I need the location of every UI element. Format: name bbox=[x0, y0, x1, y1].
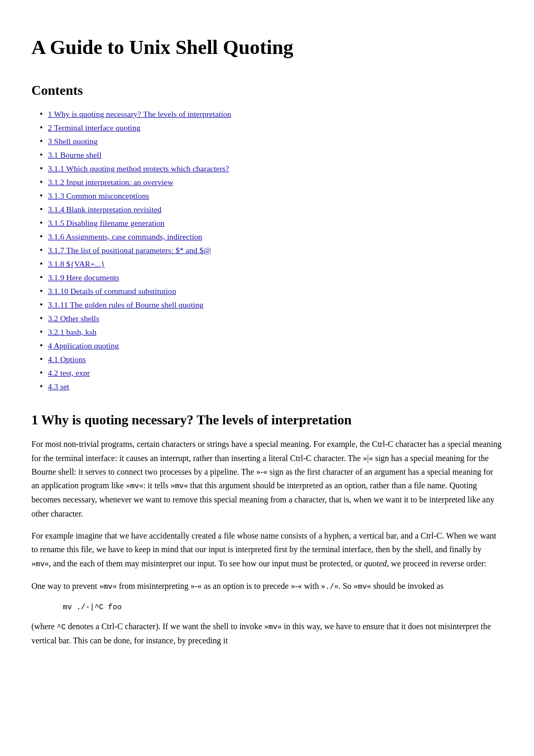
toc-link[interactable]: 4.3 set bbox=[48, 380, 70, 392]
toc-link[interactable]: 3.1.1 Which quoting method protects whic… bbox=[48, 162, 229, 174]
toc-link[interactable]: 3.1.11 The golden rules of Bourne shell … bbox=[48, 299, 204, 311]
toc-link[interactable]: 4.2 test, expr bbox=[48, 367, 90, 379]
toc-link[interactable]: 2 Terminal interface quoting bbox=[48, 122, 141, 134]
toc-item: 4.3 set bbox=[31, 380, 503, 393]
toc-link[interactable]: 3.1.10 Details of command substitution bbox=[48, 285, 176, 297]
section1-para1: For most non-trivial programs, certain c… bbox=[31, 437, 503, 521]
toc-link[interactable]: 3 Shell quoting bbox=[48, 135, 98, 147]
toc-item: 4.2 test, expr bbox=[31, 367, 503, 379]
toc-item: 3.1.10 Details of command substitution bbox=[31, 285, 503, 298]
toc-item: 2 Terminal interface quoting bbox=[31, 122, 503, 134]
toc-item: 3.1.7 The list of positional parameters:… bbox=[31, 244, 503, 257]
code-block-1: mv ./-|^C foo bbox=[63, 601, 503, 613]
toc-item: 4 Application quoting bbox=[31, 339, 503, 352]
toc-item: 3.1.4 Blank interpretation revisited bbox=[31, 203, 503, 216]
toc-link[interactable]: 1 Why is quoting necessary? The levels o… bbox=[48, 108, 231, 120]
toc-link[interactable]: 3.1.6 Assignments, case commands, indire… bbox=[48, 231, 203, 243]
section-1: 1 Why is quoting necessary? The levels o… bbox=[31, 410, 503, 648]
section1-heading: 1 Why is quoting necessary? The levels o… bbox=[31, 410, 503, 431]
toc-link[interactable]: 4 Application quoting bbox=[48, 339, 119, 352]
toc-item: 3.1.11 The golden rules of Bourne shell … bbox=[31, 299, 503, 311]
toc-item: 3.1.8 ${VAR+...} bbox=[31, 258, 503, 270]
toc-item: 3.1.9 Here documents bbox=[31, 271, 503, 284]
toc-link[interactable]: 3.2 Other shells bbox=[48, 312, 99, 324]
section1-para2: For example imagine that we have acciden… bbox=[31, 529, 503, 571]
toc-link[interactable]: 3.1.5 Disabling filename generation bbox=[48, 217, 165, 229]
page-title: A Guide to Unix Shell Quoting bbox=[31, 31, 503, 63]
toc-link[interactable]: 3.1 Bourne shell bbox=[48, 149, 102, 161]
toc-link[interactable]: 3.2.1 bash, ksh bbox=[48, 326, 97, 338]
toc-item: 3.1.6 Assignments, case commands, indire… bbox=[31, 231, 503, 243]
toc-item: 3.1.5 Disabling filename generation bbox=[31, 217, 503, 229]
contents-section: Contents 1 Why is quoting necessary? The… bbox=[31, 80, 503, 393]
toc-item: 3.1.3 Common misconceptions bbox=[31, 190, 503, 202]
toc-item: 1 Why is quoting necessary? The levels o… bbox=[31, 108, 503, 120]
toc-item: 3 Shell quoting bbox=[31, 135, 503, 148]
toc-link[interactable]: 3.1.2 Input interpretation: an overview bbox=[48, 176, 174, 188]
toc-item: 3.1.1 Which quoting method protects whic… bbox=[31, 162, 503, 175]
toc-link[interactable]: 3.1.9 Here documents bbox=[48, 271, 119, 283]
table-of-contents: 1 Why is quoting necessary? The levels o… bbox=[31, 108, 503, 393]
toc-link[interactable]: 3.1.3 Common misconceptions bbox=[48, 190, 149, 202]
toc-link[interactable]: 3.1.8 ${VAR+...} bbox=[48, 258, 105, 270]
contents-heading: Contents bbox=[31, 80, 503, 102]
toc-item: 4.1 Options bbox=[31, 353, 503, 366]
toc-link[interactable]: 3.1.4 Blank interpretation revisited bbox=[48, 203, 162, 215]
toc-item: 3.1 Bourne shell bbox=[31, 149, 503, 161]
toc-item: 3.2 Other shells bbox=[31, 312, 503, 325]
toc-item: 3.2.1 bash, ksh bbox=[31, 326, 503, 338]
toc-link[interactable]: 4.1 Options bbox=[48, 353, 86, 365]
toc-item: 3.1.2 Input interpretation: an overview bbox=[31, 176, 503, 189]
section1-para-after-code: (where ^C denotes a Ctrl-C character). I… bbox=[31, 620, 503, 648]
section1-para3: One way to prevent »mv« from misinterpre… bbox=[31, 579, 503, 594]
toc-link[interactable]: 3.1.7 The list of positional parameters:… bbox=[48, 244, 211, 256]
